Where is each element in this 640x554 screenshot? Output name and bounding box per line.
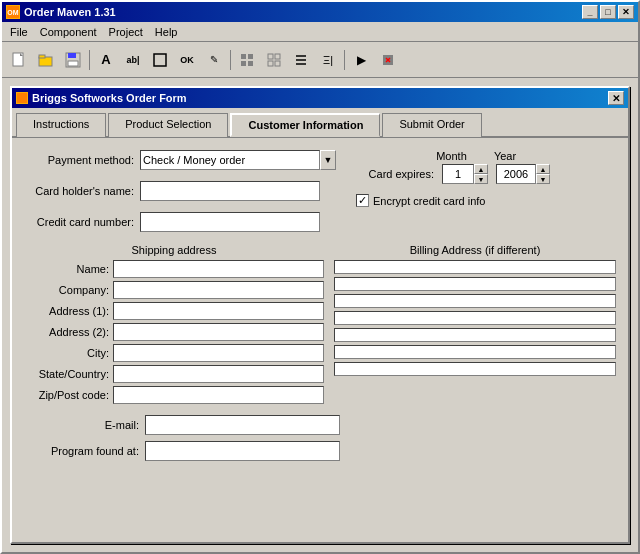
- ship-state-row: State/Country:: [24, 365, 324, 383]
- email-input[interactable]: [145, 415, 340, 435]
- toolbar-sep-1: [89, 50, 90, 70]
- year-spinner-buttons: ▲ ▼: [536, 164, 550, 184]
- card-expires-label: Card expires:: [356, 168, 434, 180]
- minimize-button[interactable]: _: [582, 5, 598, 19]
- tab-product-selection[interactable]: Product Selection: [108, 113, 228, 137]
- ship-address2-label: Address (2):: [24, 326, 109, 338]
- ship-address1-input[interactable]: [113, 302, 324, 320]
- payment-dropdown[interactable]: Check / Money order Credit Card PayPal: [140, 150, 320, 170]
- ship-state-input[interactable]: [113, 365, 324, 383]
- payment-dropdown-wrap: Check / Money order Credit Card PayPal ▼: [140, 150, 336, 170]
- close-outer-button[interactable]: ✕: [618, 5, 634, 19]
- tab-instructions[interactable]: Instructions: [16, 113, 106, 137]
- toolbar-play[interactable]: ▶: [348, 47, 374, 73]
- svg-rect-7: [154, 54, 166, 66]
- billing-inputs: [334, 260, 616, 376]
- outer-title-bar: OM Order Maven 1.31 _ □ ✕: [2, 2, 638, 22]
- email-label: E-mail:: [24, 419, 139, 431]
- bill-name-input[interactable]: [334, 260, 616, 274]
- toolbar-new[interactable]: [6, 47, 32, 73]
- toolbar-save[interactable]: [60, 47, 86, 73]
- bottom-section: E-mail: Program found at:: [24, 415, 616, 461]
- payment-label: Payment method:: [24, 154, 134, 166]
- form-content: Payment method: Check / Money order Cred…: [12, 138, 628, 542]
- cardholder-row: Card holder's name:: [24, 181, 336, 201]
- month-spinner: ▲ ▼: [442, 164, 488, 184]
- close-inner-button[interactable]: ✕: [608, 91, 624, 105]
- ship-address2-input[interactable]: [113, 323, 324, 341]
- ship-state-label: State/Country:: [24, 368, 109, 380]
- bill-city-input[interactable]: [334, 328, 616, 342]
- app-icon: OM: [6, 5, 20, 19]
- email-row: E-mail:: [24, 415, 616, 435]
- cardnumber-input[interactable]: [140, 212, 320, 232]
- menu-file[interactable]: File: [4, 24, 34, 40]
- svg-rect-3: [39, 55, 45, 58]
- cardholder-input[interactable]: [140, 181, 320, 201]
- toolbar-grid-right[interactable]: [261, 47, 287, 73]
- menu-bar: File Component Project Help: [2, 22, 638, 42]
- cardholder-label: Card holder's name:: [24, 185, 134, 197]
- tab-submit-order[interactable]: Submit Order: [382, 113, 481, 137]
- month-down-button[interactable]: ▼: [474, 174, 488, 184]
- program-input[interactable]: [145, 441, 340, 461]
- ship-company-input[interactable]: [113, 281, 324, 299]
- year-up-button[interactable]: ▲: [536, 164, 550, 174]
- inner-title-text: Briggs Softworks Order Form: [32, 92, 187, 104]
- ship-zip-label: Zip/Post code:: [24, 389, 109, 401]
- svg-rect-5: [68, 53, 76, 58]
- toolbar-special[interactable]: Ξ|: [315, 47, 341, 73]
- encrypt-row: ✓ Encrypt credit card info: [356, 194, 550, 207]
- toolbar-stop[interactable]: [375, 47, 401, 73]
- ship-zip-row: Zip/Post code:: [24, 386, 324, 404]
- toolbar-label[interactable]: ab|: [120, 47, 146, 73]
- menu-project[interactable]: Project: [103, 24, 149, 40]
- payment-row: Payment method: Check / Money order Cred…: [24, 150, 336, 170]
- cardnumber-label: Credit card number:: [24, 216, 134, 228]
- toolbar-frame[interactable]: [147, 47, 173, 73]
- toolbar-open[interactable]: [33, 47, 59, 73]
- maximize-button[interactable]: □: [600, 5, 616, 19]
- toolbar-list[interactable]: [288, 47, 314, 73]
- svg-rect-15: [275, 61, 280, 66]
- ship-zip-input[interactable]: [113, 386, 324, 404]
- year-spinner: ▲ ▼: [496, 164, 550, 184]
- ship-city-row: City:: [24, 344, 324, 362]
- inner-window: Briggs Softworks Order Form ✕ Instructio…: [10, 86, 630, 544]
- bill-address2-input[interactable]: [334, 311, 616, 325]
- menu-component[interactable]: Component: [34, 24, 103, 40]
- outer-title-text: Order Maven 1.31: [24, 6, 116, 18]
- ship-address1-label: Address (1):: [24, 305, 109, 317]
- svg-rect-14: [268, 61, 273, 66]
- toolbar-grid-left[interactable]: [234, 47, 260, 73]
- month-up-button[interactable]: ▲: [474, 164, 488, 174]
- bill-company-input[interactable]: [334, 277, 616, 291]
- svg-rect-8: [241, 54, 246, 59]
- ship-city-input[interactable]: [113, 344, 324, 362]
- year-input[interactable]: [496, 164, 536, 184]
- ship-company-label: Company:: [24, 284, 109, 296]
- toolbar-sep-2: [230, 50, 231, 70]
- tab-customer-information[interactable]: Customer Information: [230, 113, 380, 137]
- tab-strip: Instructions Product Selection Customer …: [12, 108, 628, 138]
- month-spinner-buttons: ▲ ▼: [474, 164, 488, 184]
- toolbar-edit[interactable]: ✎: [201, 47, 227, 73]
- month-input[interactable]: [442, 164, 474, 184]
- billing-header: Billing Address (if different): [334, 244, 616, 256]
- encrypt-checkbox[interactable]: ✓: [356, 194, 369, 207]
- dropdown-arrow-icon[interactable]: ▼: [320, 150, 336, 170]
- shipping-header: Shipping address: [24, 244, 324, 256]
- bill-zip-input[interactable]: [334, 362, 616, 376]
- ship-name-input[interactable]: [113, 260, 324, 278]
- cardnumber-row: Credit card number:: [24, 212, 336, 232]
- menu-help[interactable]: Help: [149, 24, 184, 40]
- bill-address1-input[interactable]: [334, 294, 616, 308]
- year-down-button[interactable]: ▼: [536, 174, 550, 184]
- toolbar-text[interactable]: A: [93, 47, 119, 73]
- inner-title-icon: [16, 92, 28, 104]
- ship-address2-row: Address (2):: [24, 323, 324, 341]
- bill-state-input[interactable]: [334, 345, 616, 359]
- ship-name-row: Name:: [24, 260, 324, 278]
- toolbar-button[interactable]: OK: [174, 47, 200, 73]
- program-label: Program found at:: [24, 445, 139, 457]
